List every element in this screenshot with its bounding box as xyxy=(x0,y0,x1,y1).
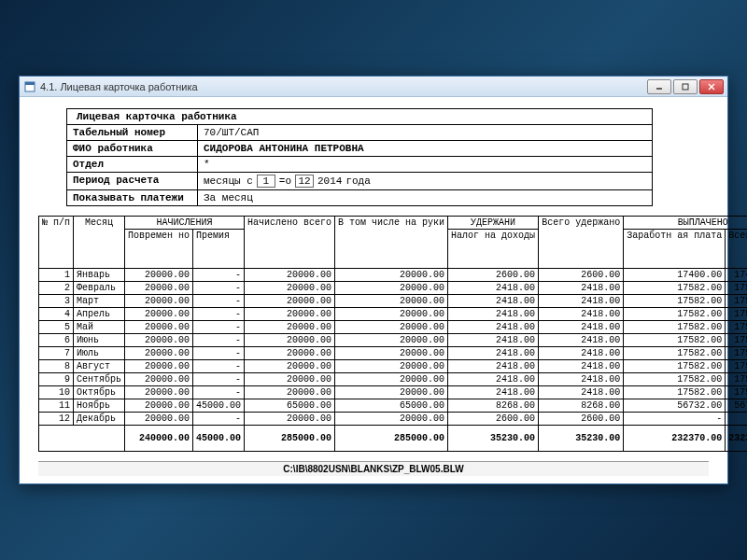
cell-hourly: 20000.00 xyxy=(125,386,193,399)
period-from-input[interactable] xyxy=(257,175,275,188)
cell-in_hand: 20000.00 xyxy=(335,334,448,347)
cell-paid: 17582.00 xyxy=(726,347,747,360)
period-year: 2014 xyxy=(317,175,342,187)
table-row: 6Июнь20000.00-20000.0020000.002418.00241… xyxy=(39,334,748,347)
cell-paid: 17400.00 xyxy=(726,269,747,282)
cell-idx: 6 xyxy=(39,334,74,347)
col-paid-total: Всего xyxy=(726,230,747,269)
label-period: Период расчета xyxy=(67,173,198,189)
header-box: Лицевая карточка работника Табельный ном… xyxy=(66,108,653,206)
close-button[interactable] xyxy=(699,79,724,94)
cell-in_hand: 20000.00 xyxy=(335,282,448,295)
period-prefix: месяцы с xyxy=(204,175,253,187)
cell-hourly: 20000.00 xyxy=(125,347,193,360)
cell-accrued: 20000.00 xyxy=(245,386,335,399)
col-idx: № п/п xyxy=(39,217,74,269)
table-row: 7Июль20000.00-20000.0020000.002418.00241… xyxy=(39,347,748,360)
cell-idx: 9 xyxy=(39,373,74,386)
cell-in_hand: 20000.00 xyxy=(335,295,448,308)
cell-month: Январь xyxy=(74,269,125,282)
cell-tax: 2418.00 xyxy=(448,321,539,334)
value-period: месяцы с =о 2014 года xyxy=(198,173,652,189)
cell-hourly: 20000.00 xyxy=(125,308,193,321)
cell-idx: 11 xyxy=(39,399,74,413)
label-tab-num: Табельный номер xyxy=(67,125,198,140)
col-bonus: Премия xyxy=(193,230,245,269)
table-row: 11Ноябрь20000.0045000.0065000.0065000.00… xyxy=(39,399,748,413)
cell-idx: 5 xyxy=(39,321,74,334)
cell-hourly: 20000.00 xyxy=(125,413,193,426)
minimize-button[interactable] xyxy=(647,79,671,94)
total-bonus: 45000.00 xyxy=(193,426,245,452)
col-month: Месяц xyxy=(74,217,125,269)
table-row: 1Январь20000.00-20000.0020000.002600.002… xyxy=(39,269,748,282)
cell-idx: 7 xyxy=(39,347,74,360)
cell-accrued: 20000.00 xyxy=(245,347,335,360)
cell-month: Март xyxy=(74,295,125,308)
table-row: 10Октябрь20000.00-20000.0020000.002418.0… xyxy=(39,386,748,399)
period-suffix: года xyxy=(345,175,370,187)
label-show-payments: Показывать платежи xyxy=(67,190,198,205)
table-row: 3Март20000.00-20000.0020000.002418.00241… xyxy=(39,295,748,308)
cell-salary: 17582.00 xyxy=(624,386,726,399)
total-accrued: 285000.00 xyxy=(245,426,335,452)
col-tax: Налог на доходы xyxy=(448,230,539,269)
app-icon xyxy=(23,80,36,93)
cell-hourly: 20000.00 xyxy=(125,373,193,386)
cell-month: Июль xyxy=(74,347,125,360)
cell-paid: 17582.00 xyxy=(726,321,747,334)
cell-month: Октябрь xyxy=(74,386,125,399)
cell-paid: - xyxy=(726,413,747,426)
window-controls xyxy=(647,79,724,94)
cell-accrued: 20000.00 xyxy=(245,282,335,295)
cell-accrued: 20000.00 xyxy=(245,373,335,386)
payroll-table: № п/п Месяц НАЧИСЛЕНИЯ Начислено всего В… xyxy=(38,216,747,452)
minimize-icon xyxy=(655,83,663,91)
cell-in_hand: 20000.00 xyxy=(335,360,448,373)
status-path: C:\IB\8802USN\BLANKS\ZP_BLW05.BLW xyxy=(283,464,463,474)
cell-paid: 17582.00 xyxy=(726,334,747,347)
label-dept: Отдел xyxy=(67,157,198,172)
cell-bonus: - xyxy=(193,321,245,334)
cell-withheld: 2418.00 xyxy=(539,282,624,295)
cell-month: Май xyxy=(74,321,125,334)
cell-idx: 1 xyxy=(39,269,74,282)
period-to-input[interactable] xyxy=(295,175,314,188)
total-tax: 35230.00 xyxy=(448,426,539,452)
cell-salary: 17582.00 xyxy=(624,373,726,386)
totals-row: 240000.00 45000.00 285000.00 285000.00 3… xyxy=(39,426,748,452)
cell-withheld: 2418.00 xyxy=(539,334,624,347)
cell-withheld: 2600.00 xyxy=(539,413,624,426)
titlebar[interactable]: 4.1. Лицевая карточка работника xyxy=(20,77,727,97)
cell-month: Ноябрь xyxy=(74,399,125,413)
value-tab-num: 70/ШТ/САП xyxy=(198,125,652,140)
cell-in_hand: 20000.00 xyxy=(335,269,448,282)
cell-withheld: 2418.00 xyxy=(539,360,624,373)
total-salary: 232370.00 xyxy=(624,426,726,452)
maximize-button[interactable] xyxy=(673,79,698,94)
cell-salary: 17582.00 xyxy=(624,347,726,360)
cell-bonus: - xyxy=(193,334,245,347)
total-withheld: 35230.00 xyxy=(539,426,624,452)
cell-accrued: 20000.00 xyxy=(245,413,335,426)
cell-bonus: - xyxy=(193,386,245,399)
cell-tax: 2418.00 xyxy=(448,334,539,347)
cell-tax: 2600.00 xyxy=(448,413,539,426)
cell-in_hand: 20000.00 xyxy=(335,321,448,334)
cell-tax: 2418.00 xyxy=(448,373,539,386)
cell-hourly: 20000.00 xyxy=(125,282,193,295)
cell-hourly: 20000.00 xyxy=(125,295,193,308)
cell-tax: 2418.00 xyxy=(448,308,539,321)
cell-hourly: 20000.00 xyxy=(125,399,193,413)
cell-idx: 2 xyxy=(39,282,74,295)
cell-paid: 56732.00 xyxy=(726,399,747,413)
total-in-hand: 285000.00 xyxy=(335,426,448,452)
cell-in_hand: 20000.00 xyxy=(335,386,448,399)
col-in-hand: В том числе на руки xyxy=(335,217,448,269)
cell-paid: 17582.00 xyxy=(726,282,747,295)
cell-withheld: 2600.00 xyxy=(539,269,624,282)
col-withheld-group: УДЕРЖАНИ xyxy=(448,217,539,230)
cell-withheld: 2418.00 xyxy=(539,295,624,308)
cell-salary: 17582.00 xyxy=(624,308,726,321)
svg-rect-3 xyxy=(683,84,688,90)
